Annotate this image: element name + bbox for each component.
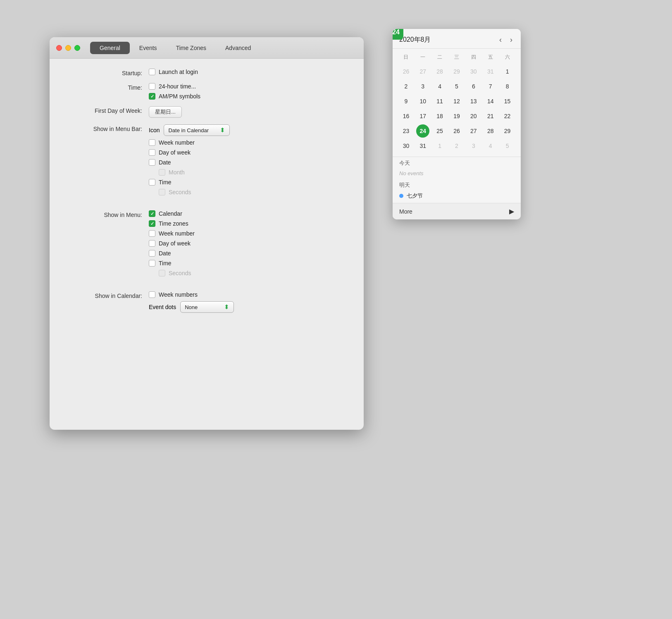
cal-day[interactable]: 7 (484, 80, 497, 93)
menubar-date-row[interactable]: Date (149, 159, 230, 166)
traffic-lights (56, 45, 80, 51)
cal-day[interactable]: 17 (416, 110, 429, 123)
cal-day-today[interactable]: 24 (416, 124, 429, 138)
cal-day[interactable]: 22 (501, 110, 514, 123)
more-row[interactable]: More ▶ (393, 203, 521, 219)
cal-day[interactable]: 2 (450, 139, 463, 152)
hour24-checkbox[interactable] (149, 83, 155, 90)
launch-at-login-row[interactable]: Launch at login (149, 69, 198, 75)
calendar-badge: 24 (393, 29, 403, 40)
event-dots-arrow-icon: ⬍ (224, 303, 229, 311)
menu-calendar-row[interactable]: Calendar (149, 210, 195, 217)
menu-time-row[interactable]: Time (149, 260, 195, 267)
menu-seconds-checkbox[interactable] (159, 270, 165, 276)
menu-time-checkbox[interactable] (149, 260, 155, 267)
launch-at-login-checkbox[interactable] (149, 69, 155, 75)
event-dots-dropdown[interactable]: None ⬍ (180, 301, 234, 313)
menu-timezones-row[interactable]: Time zones (149, 220, 195, 227)
menubar-weeknumber-checkbox[interactable] (149, 139, 155, 146)
cal-weeknumbers-checkbox[interactable] (149, 291, 155, 298)
menu-seconds-row[interactable]: Seconds (159, 270, 195, 276)
menubar-weeknumber-label: Week number (159, 139, 195, 146)
menubar-dayofweek-checkbox[interactable] (149, 149, 155, 156)
title-bar: General Events Time Zones Advanced (50, 37, 364, 59)
cal-day[interactable]: 5 (501, 139, 514, 152)
first-day-button[interactable]: 星期日... (149, 106, 182, 118)
ampm-label: AM/PM symbols (159, 93, 200, 100)
cal-day[interactable]: 26 (399, 65, 412, 78)
menu-dayofweek-row[interactable]: Day of week (149, 240, 195, 247)
menu-date-row[interactable]: Date (149, 250, 195, 257)
menu-dayofweek-checkbox[interactable] (149, 240, 155, 247)
cal-weeknumbers-row[interactable]: Week numbers (149, 291, 234, 298)
maximize-button[interactable] (74, 45, 80, 51)
cal-day[interactable]: 10 (416, 95, 429, 108)
cal-day[interactable]: 3 (467, 139, 480, 152)
cal-day[interactable]: 21 (484, 110, 497, 123)
menubar-dayofweek-row[interactable]: Day of week (149, 149, 230, 156)
cal-day[interactable]: 26 (450, 124, 463, 138)
ampm-row[interactable]: AM/PM symbols (149, 93, 200, 100)
menu-timezones-checkbox[interactable] (149, 220, 155, 227)
menubar-seconds-label: Seconds (169, 189, 191, 195)
cal-day[interactable]: 1 (501, 65, 514, 78)
minimize-button[interactable] (65, 45, 71, 51)
menubar-seconds-row[interactable]: Seconds (159, 189, 230, 195)
cal-day[interactable]: 15 (501, 95, 514, 108)
preferences-window: General Events Time Zones Advanced Start… (50, 37, 364, 430)
cal-day[interactable]: 27 (467, 124, 480, 138)
cal-day[interactable]: 5 (450, 80, 463, 93)
menubar-month-checkbox[interactable] (159, 169, 165, 176)
cal-day[interactable]: 4 (484, 139, 497, 152)
menu-weeknumber-row[interactable]: Week number (149, 230, 195, 237)
calendar-next-button[interactable]: › (508, 35, 514, 45)
menubar-icon-dropdown[interactable]: Date in Calendar ⬍ (164, 124, 230, 136)
cal-day[interactable]: 14 (484, 95, 497, 108)
close-button[interactable] (56, 45, 62, 51)
cal-day[interactable]: 29 (501, 124, 514, 138)
cal-day[interactable]: 12 (450, 95, 463, 108)
cal-day[interactable]: 9 (399, 95, 412, 108)
cal-day[interactable]: 20 (467, 110, 480, 123)
hour24-row[interactable]: 24-hour time... (149, 83, 200, 90)
cal-day[interactable]: 28 (484, 124, 497, 138)
cal-day[interactable]: 30 (399, 139, 412, 152)
menubar-time-checkbox[interactable] (149, 179, 155, 186)
cal-day[interactable]: 18 (433, 110, 446, 123)
cal-day[interactable]: 3 (416, 80, 429, 93)
cal-day[interactable]: 23 (399, 124, 412, 138)
tab-advanced[interactable]: Advanced (216, 42, 260, 54)
cal-day[interactable]: 1 (433, 139, 446, 152)
cal-day[interactable]: 25 (433, 124, 446, 138)
cal-day[interactable]: 13 (467, 95, 480, 108)
cal-day[interactable]: 11 (433, 95, 446, 108)
menu-time-label: Time (159, 260, 172, 267)
time-label: Time: (66, 83, 149, 91)
cal-day[interactable]: 2 (399, 80, 412, 93)
tab-timezones[interactable]: Time Zones (167, 42, 216, 54)
tab-general[interactable]: General (90, 42, 130, 54)
cal-day[interactable]: 19 (450, 110, 463, 123)
menu-date-checkbox[interactable] (149, 250, 155, 257)
cal-day[interactable]: 31 (484, 65, 497, 78)
cal-day[interactable]: 30 (467, 65, 480, 78)
menubar-month-row[interactable]: Month (159, 169, 230, 176)
cal-day[interactable]: 8 (501, 80, 514, 93)
menu-calendar-checkbox[interactable] (149, 210, 155, 217)
menubar-date-checkbox[interactable] (149, 159, 155, 166)
tab-events[interactable]: Events (130, 42, 167, 54)
cal-day[interactable]: 4 (433, 80, 446, 93)
cal-day[interactable]: 6 (467, 80, 480, 93)
weekday-mon: 一 (415, 52, 431, 62)
ampm-checkbox[interactable] (149, 93, 155, 100)
menubar-seconds-checkbox[interactable] (159, 189, 165, 195)
calendar-prev-button[interactable]: ‹ (498, 35, 503, 45)
menu-weeknumber-checkbox[interactable] (149, 230, 155, 237)
cal-day[interactable]: 29 (450, 65, 463, 78)
menubar-time-row[interactable]: Time (149, 179, 230, 186)
menubar-weeknumber-row[interactable]: Week number (149, 139, 230, 146)
cal-day[interactable]: 28 (433, 65, 446, 78)
cal-day[interactable]: 31 (416, 139, 429, 152)
cal-day[interactable]: 16 (399, 110, 412, 123)
cal-day[interactable]: 27 (416, 65, 429, 78)
